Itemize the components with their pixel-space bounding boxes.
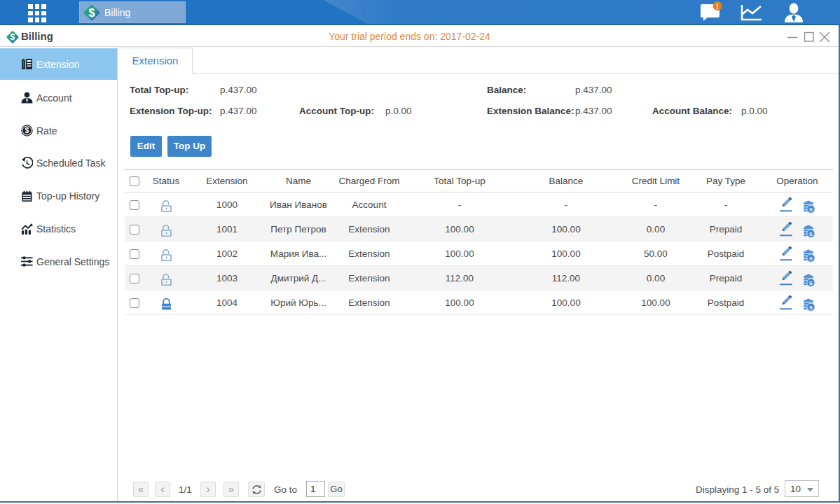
svg-text:!: ! [716, 3, 718, 10]
svg-text:s: s [809, 205, 813, 213]
svg-text:s: s [809, 303, 813, 311]
svg-text:s: s [809, 279, 813, 286]
svg-text:$: $ [89, 6, 95, 18]
svg-text:s: s [809, 230, 813, 237]
svg-text:s: s [809, 254, 813, 262]
svg-text:$: $ [25, 127, 29, 135]
